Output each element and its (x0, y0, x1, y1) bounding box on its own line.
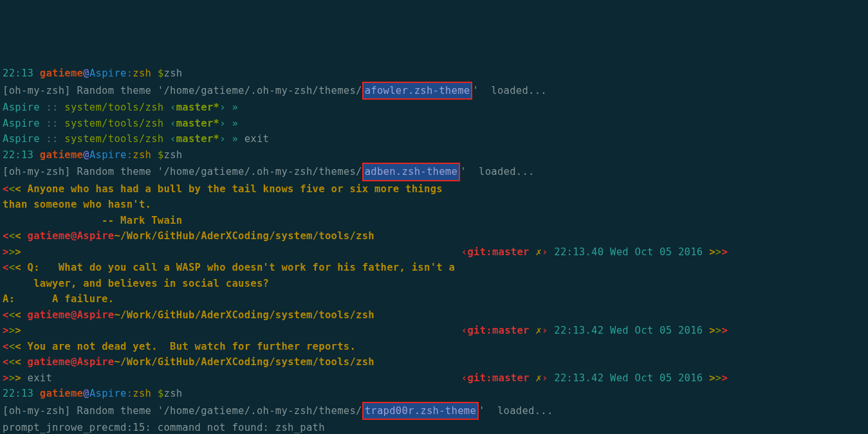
at-sign: @ (83, 68, 89, 79)
time: 22:13 (3, 68, 33, 79)
exit-cmd: exit (245, 133, 270, 145)
quote-line: Anyone who has had a bull by the tail kn… (28, 183, 443, 195)
terminal-output[interactable]: 22:13 gatieme@Aspire:zsh $zsh [oh-my-zsh… (3, 66, 865, 434)
error-line: prompt_jnrowe_precmd:15: command not fou… (3, 422, 325, 433)
host: Aspire (89, 68, 127, 79)
loaded: ' loaded... (472, 85, 547, 96)
shell-dir: zsh (133, 68, 151, 79)
user-at: gatieme@Aspire (28, 230, 115, 242)
timestamp: 22:13.40 Wed Oct 05 2016 (554, 246, 703, 258)
branch: master* (176, 102, 219, 113)
git-info: ‹git:master (461, 246, 536, 258)
arrow: » (232, 102, 238, 113)
theme-highlight-1: afowler.zsh-theme (362, 82, 473, 100)
dollar: $ (158, 68, 164, 79)
host2: Aspire (3, 102, 40, 113)
aspire-dir: system/tools/zsh (64, 102, 163, 113)
omz-msg: [oh-my-zsh] Random theme '/home/gatieme/… (3, 85, 362, 96)
cwd: ~/Work/GitHub/AderXCoding/system/tools/z… (114, 230, 374, 242)
cmd: zsh (164, 68, 183, 79)
user: gatieme (40, 68, 83, 79)
theme-highlight-2: adben.zsh-theme (362, 163, 460, 181)
theme-highlight-3: trapd00r.zsh-theme (362, 402, 479, 420)
left-chevrons: < (3, 183, 9, 195)
exit-cmd-2: exit (28, 372, 53, 384)
colon: : (127, 68, 133, 79)
git-dirty-icon: ✗ (535, 246, 542, 258)
quote-author: -- Mark Twain (102, 215, 182, 226)
